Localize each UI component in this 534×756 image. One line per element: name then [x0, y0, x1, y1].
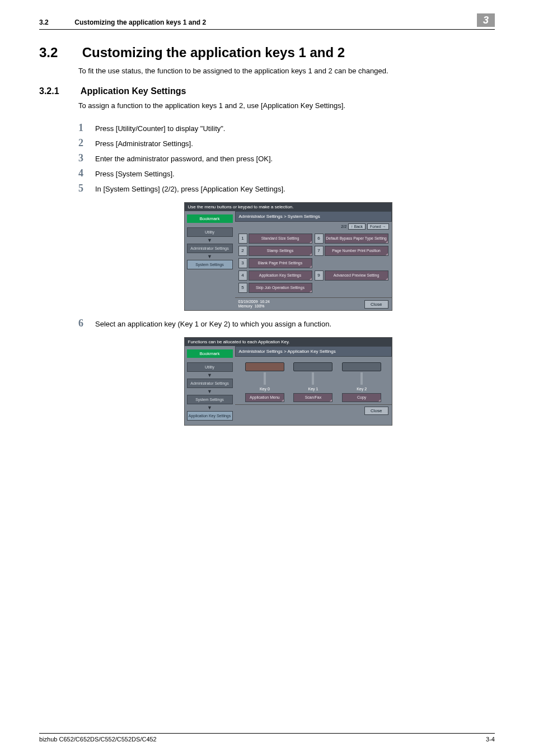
option-number: 2 [238, 246, 247, 256]
key-function-button[interactable]: Copy [342, 393, 381, 402]
menu-option[interactable]: 7Page Number Print Position [315, 246, 388, 256]
header-section-title: Customizing the application keys 1 and 2 [74, 18, 206, 26]
sidebar-item-utility[interactable]: Utility [187, 227, 233, 237]
step-item: In [System Settings] (2/2), press [Appli… [78, 181, 498, 197]
application-key[interactable]: Key 2Copy [342, 362, 381, 402]
option-number: 9 [315, 270, 324, 281]
option-label: Blank Page Print Settings [249, 258, 312, 268]
option-number: 5 [238, 283, 247, 293]
key-stem-icon [312, 372, 314, 385]
key-cap-icon [342, 362, 381, 371]
header-section-number: 3.2 [39, 18, 73, 26]
key-name-label: Key 1 [293, 387, 332, 391]
application-key[interactable]: Key 0Application Menu [245, 362, 284, 402]
close-button[interactable]: Close [364, 407, 388, 415]
option-label: Advanced Preview Setting [325, 270, 388, 281]
option-number: 4 [238, 270, 247, 281]
bookmark-tab[interactable]: Bookmark [187, 349, 233, 358]
menu-option[interactable]: 3Blank Page Print Settings [238, 258, 312, 268]
menu-option[interactable]: 5Skip Job Operation Settings [238, 283, 312, 293]
menu-option[interactable]: 9Advanced Preview Setting [315, 270, 388, 281]
page-indicator: 2/2 [341, 225, 346, 228]
key-stem-icon [360, 372, 363, 385]
bookmark-tab[interactable]: Bookmark [187, 214, 233, 223]
menu-option[interactable]: 2Stamp Settings [238, 246, 312, 256]
chapter-badge: 3 [477, 13, 495, 27]
sidebar-item-system[interactable]: System Settings [187, 395, 233, 404]
key-name-label: Key 2 [342, 387, 381, 391]
subsection-intro: To assign a function to the application … [78, 101, 498, 111]
chevron-down-icon: ▼ [187, 405, 233, 410]
key-function-button[interactable]: Application Menu [245, 393, 284, 402]
close-button[interactable]: Close [364, 300, 388, 309]
application-key[interactable]: Key 1Scan/Fax [293, 362, 332, 402]
chevron-down-icon: ▼ [187, 389, 233, 394]
sidebar-item-admin[interactable]: Administrator Settings [187, 379, 233, 388]
option-label: Stamp Settings [249, 246, 312, 256]
breadcrumb: Administrator Settings > Application Key… [235, 346, 392, 357]
key-cap-icon [293, 362, 332, 371]
step-item: Enter the administrator password, and th… [78, 151, 498, 166]
step-item: Press [System Settings]. [78, 166, 498, 181]
key-cap-icon [245, 362, 284, 371]
screenshot-application-key-settings: Functions can be allocated to each Appli… [184, 337, 392, 426]
chevron-down-icon: ▼ [187, 254, 233, 259]
menu-option[interactable]: 1Standard Size Setting [238, 234, 312, 244]
step-item: Press [Administrator Settings]. [78, 136, 498, 151]
step-item: Select an application key (Key 1 or Key … [78, 316, 498, 332]
section-title: Customizing the application keys 1 and 2 [82, 45, 345, 60]
option-number: 1 [238, 234, 247, 244]
sidebar-item-admin[interactable]: Administrator Settings [187, 244, 233, 253]
key-function-button[interactable]: Scan/Fax [293, 393, 332, 402]
key-stem-icon [264, 372, 266, 385]
sidebar-item-appkey[interactable]: Application Key Settings [187, 411, 233, 421]
key-name-label: Key 0 [245, 387, 284, 391]
option-number: 6 [315, 234, 324, 244]
menu-option[interactable]: 4Application Key Settings [238, 270, 312, 281]
menu-option[interactable]: 6Default Bypass Paper Type Setting [315, 234, 388, 244]
option-label: Default Bypass Paper Type Setting [325, 234, 388, 244]
footer-product: bizhub C652/C652DS/C552/C552DS/C452 [39, 736, 157, 743]
option-number: 3 [238, 258, 247, 268]
subsection-number: 3.2.1 [39, 86, 78, 96]
breadcrumb: Administrator Settings > System Settings [235, 211, 392, 222]
footer-page-number: 3-4 [486, 736, 495, 743]
page-header: 3.2 Customizing the application keys 1 a… [39, 17, 495, 30]
option-number: 7 [315, 246, 324, 256]
back-button[interactable]: ↑ Back [348, 223, 366, 230]
screen-instruction: Functions can be allocated to each Appli… [185, 338, 392, 346]
section-heading: 3.2 Customizing the application keys 1 a… [78, 45, 498, 60]
sidebar-item-utility[interactable]: Utility [187, 362, 233, 372]
option-label: Skip Job Operation Settings [249, 283, 312, 293]
chevron-down-icon: ▼ [187, 373, 233, 377]
chevron-down-icon: ▼ [187, 238, 233, 242]
step-item: Press [Utility/Counter] to display "Util… [78, 121, 498, 136]
option-label: Standard Size Setting [249, 234, 312, 244]
section-intro: To fit the use status, the function to b… [78, 66, 498, 76]
screen-instruction: Use the menu buttons or keypad to make a… [185, 203, 392, 211]
forward-button[interactable]: Forwd → [367, 223, 388, 230]
sidebar-item-system[interactable]: System Settings [187, 260, 233, 269]
status-info: 03/19/2009 16:24 Memory 100% [238, 300, 270, 308]
option-label: Application Key Settings [249, 270, 312, 281]
screenshot-system-settings: Use the menu buttons or keypad to make a… [184, 202, 392, 310]
subsection-heading: 3.2.1 Application Key Settings [78, 86, 498, 96]
subsection-title: Application Key Settings [81, 86, 186, 96]
option-label: Page Number Print Position [325, 246, 388, 256]
section-number: 3.2 [39, 45, 78, 60]
